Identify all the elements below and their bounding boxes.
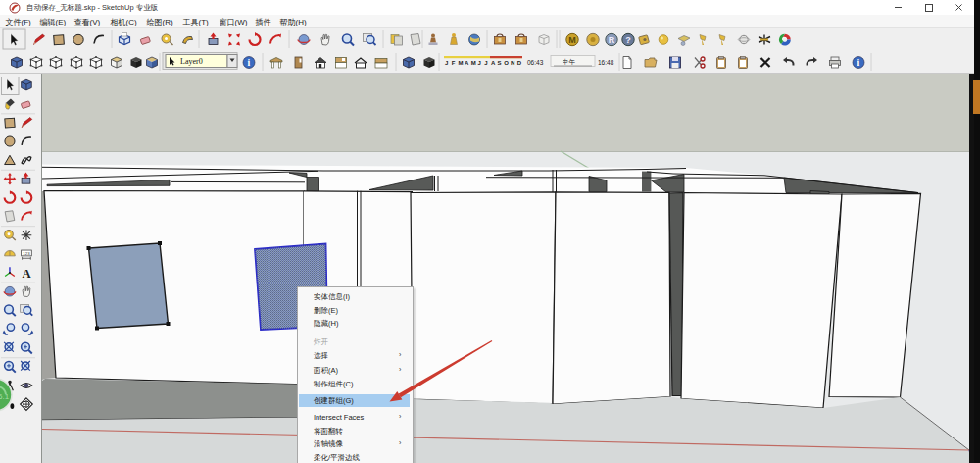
- svg-text:6.1: 6.1: [0, 392, 10, 401]
